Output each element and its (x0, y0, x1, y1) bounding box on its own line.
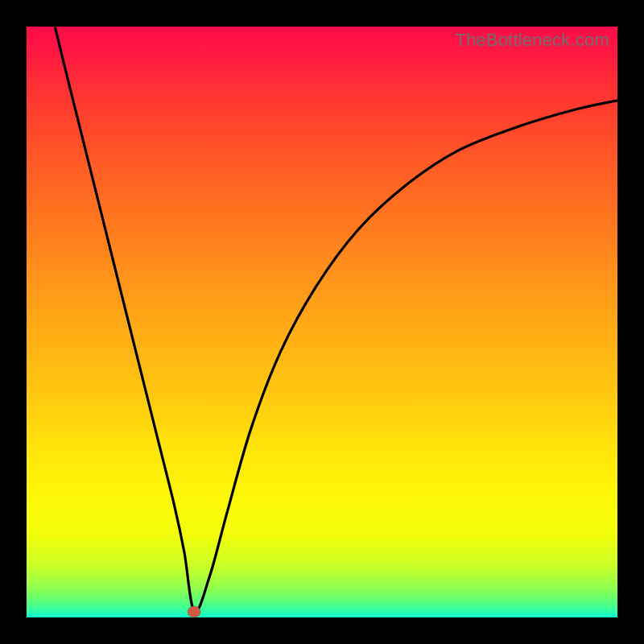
chart-frame: TheBottleneck.com (0, 0, 644, 644)
bottleneck-curve (27, 27, 617, 617)
curve-path (55, 27, 617, 612)
minimum-dot (188, 606, 200, 617)
plot-area: TheBottleneck.com (27, 27, 617, 617)
